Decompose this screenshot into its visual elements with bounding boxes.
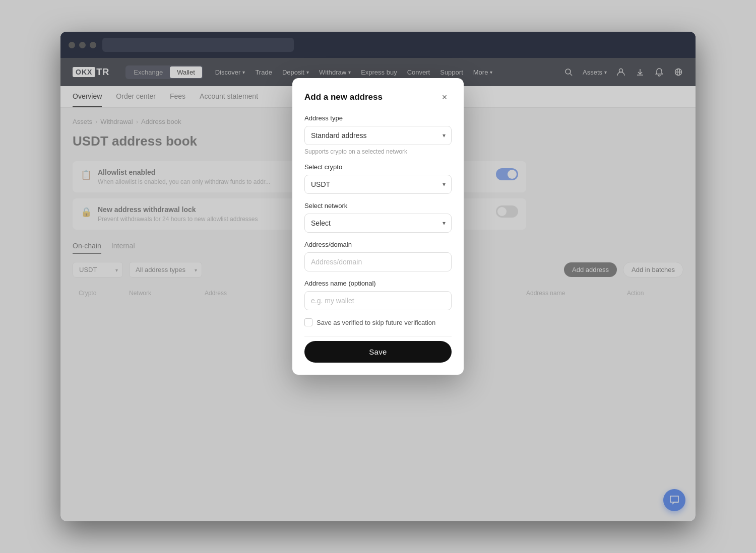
address-type-group: Address type Standard address Supports c…: [304, 114, 452, 155]
address-domain-label: Address/domain: [304, 241, 452, 248]
save-verified-row: Save as verified to skip future verifica…: [304, 318, 452, 326]
modal-title: Add a new address: [304, 92, 383, 102]
save-button[interactable]: Save: [304, 341, 452, 363]
select-crypto-group: Select crypto USDT: [304, 163, 452, 194]
save-verified-checkbox[interactable]: [304, 318, 312, 326]
address-domain-group: Address/domain: [304, 241, 452, 271]
app: OKX TR Exchange Wallet Discover ▾ Trade …: [60, 58, 696, 521]
select-crypto-label: Select crypto: [304, 163, 452, 171]
address-type-select[interactable]: Standard address: [304, 126, 452, 145]
address-bar[interactable]: [102, 38, 294, 52]
address-type-select-wrap: Standard address: [304, 126, 452, 145]
address-name-input[interactable]: [304, 291, 452, 310]
select-crypto-wrap: USDT: [304, 175, 452, 194]
add-address-modal: Add a new address × Address type Standar…: [292, 78, 464, 375]
modal-header: Add a new address ×: [304, 90, 452, 104]
traffic-light-maximize[interactable]: [90, 42, 96, 48]
select-network-select[interactable]: Select: [304, 214, 452, 233]
address-domain-input[interactable]: [304, 252, 452, 271]
select-network-wrap: Select: [304, 214, 452, 233]
address-type-label: Address type: [304, 114, 452, 122]
save-verified-label: Save as verified to skip future verifica…: [317, 319, 435, 326]
modal-footer: Save: [304, 336, 452, 363]
select-crypto-select[interactable]: USDT: [304, 175, 452, 194]
modal-overlay: Add a new address × Address type Standar…: [60, 58, 696, 521]
browser-chrome: [60, 32, 696, 58]
select-network-group: Select network Select: [304, 202, 452, 233]
traffic-light-minimize[interactable]: [79, 42, 86, 48]
address-name-label: Address name (optional): [304, 280, 452, 287]
modal-close-button[interactable]: ×: [437, 90, 452, 104]
traffic-lights: [69, 42, 96, 48]
address-type-hint: Supports crypto on a selected network: [304, 148, 452, 155]
address-name-group: Address name (optional): [304, 280, 452, 310]
browser-window: OKX TR Exchange Wallet Discover ▾ Trade …: [60, 32, 696, 521]
select-network-label: Select network: [304, 202, 452, 210]
traffic-light-close[interactable]: [69, 42, 75, 48]
